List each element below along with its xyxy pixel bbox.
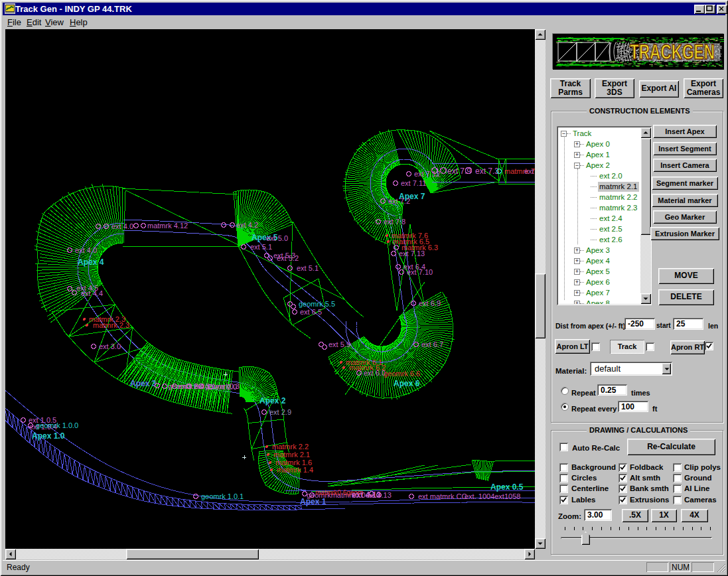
svg-text:geomrk 6.6: geomrk 6.6 <box>384 370 420 378</box>
svg-text:ext 4.0: ext 4.0 <box>111 222 133 230</box>
svg-text:ext 7.2: ext 7.2 <box>388 197 410 205</box>
svg-text:ext matmrk CC: ext matmrk CC <box>418 492 467 500</box>
svg-text:ext 5.1: ext 5.1 <box>250 243 272 251</box>
svg-text:Apex 4: Apex 4 <box>78 257 104 267</box>
svg-text:Apex 1.0: Apex 1.0 <box>32 431 65 441</box>
svg-text:ext 6.0: ext 6.0 <box>364 369 386 377</box>
svg-text:matmrk 1.4: matmrk 1.4 <box>277 466 313 474</box>
svg-text:ext 4.4: ext 4.4 <box>81 289 103 297</box>
svg-text:TRACKGEN: TRACKGEN <box>630 40 715 64</box>
svg-text:ext 5.0: ext 5.0 <box>266 234 288 242</box>
svg-text:Apex 3: Apex 3 <box>130 379 157 388</box>
svg-text:matmrk 4.12: matmrk 4.12 <box>147 222 188 230</box>
svg-text:ext 6.5: ext 6.5 <box>300 308 322 316</box>
svg-text:ext. 1004ext1058: ext. 1004ext1058 <box>465 492 520 500</box>
svg-text:ext 5.2: ext 5.2 <box>277 254 299 262</box>
svg-text:ext 4.2: ext 4.2 <box>236 221 258 229</box>
svg-text:geomrk 1.0.1: geomrk 1.0.1 <box>201 492 244 500</box>
svg-text:matmrk 2.2: matmrk 2.2 <box>272 443 309 451</box>
svg-text:ext 5.1: ext 5.1 <box>297 264 319 272</box>
svg-text:ext 7.12: ext 7.12 <box>414 170 440 178</box>
svg-text:ext 7.13: ext 7.13 <box>399 250 425 257</box>
svg-text:ext 3.0: ext 3.0 <box>99 342 121 350</box>
svg-text:Apex 0.5: Apex 0.5 <box>490 482 524 492</box>
svg-text:ext 7.3: ext 7.3 <box>475 167 499 176</box>
svg-text:ext 7.8: ext 7.8 <box>384 218 405 226</box>
svg-text:matmrk 2.3: matmrk 2.3 <box>93 321 129 329</box>
svg-text:ext 7.11: ext 7.11 <box>401 179 426 187</box>
svg-text:matmrk 2.1: matmrk 2.1 <box>273 451 310 459</box>
svg-text:Apex 6: Apex 6 <box>394 379 420 388</box>
svg-text:ext: ext <box>524 167 534 175</box>
svg-text:ext 7.10: ext 7.10 <box>407 268 433 276</box>
svg-text:ext 2.9: ext 2.9 <box>269 408 291 416</box>
svg-text:ext 5.9: ext 5.9 <box>328 340 350 348</box>
svg-text:geomrk 1.0.0: geomrk 1.0.0 <box>36 421 78 429</box>
svg-text:geomrk 5.5: geomrk 5.5 <box>299 300 335 308</box>
svg-text:Apex 2: Apex 2 <box>259 396 286 405</box>
svg-text:Apex 1: Apex 1 <box>300 497 327 506</box>
svg-text:ext 6.7: ext 6.7 <box>421 340 443 348</box>
svg-text:ext 2.0: ext 2.0 <box>215 383 237 391</box>
svg-text:ext 6.9: ext 6.9 <box>419 299 441 307</box>
svg-text:ext 4.0: ext 4.0 <box>75 246 97 254</box>
